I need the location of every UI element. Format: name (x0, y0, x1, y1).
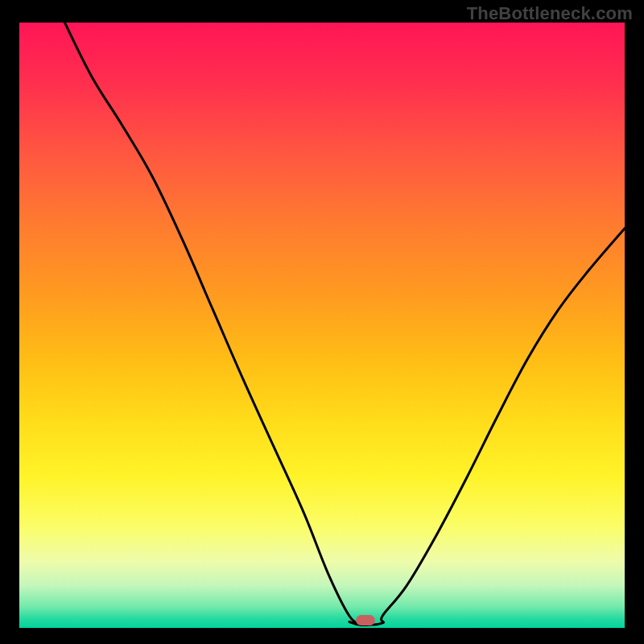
plot-area (19, 23, 625, 628)
optimum-marker (356, 615, 375, 625)
curve-layer (19, 23, 625, 628)
chart-frame: TheBottleneck.com (0, 0, 644, 644)
bottleneck-curve (64, 23, 625, 625)
watermark-text: TheBottleneck.com (467, 3, 633, 24)
